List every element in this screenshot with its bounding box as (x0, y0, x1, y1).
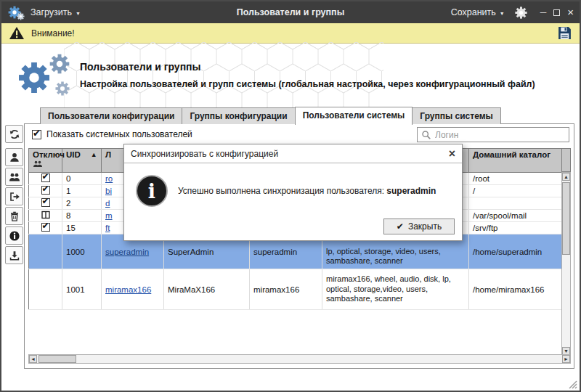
dialog-message-text: Успешно выполнена синхронизация пользова… (178, 186, 386, 196)
export-icon (9, 191, 20, 203)
trash-icon (9, 211, 20, 222)
chevron-down-icon: ▼ (500, 11, 505, 16)
show-system-users-label: Показать системных пользователей (46, 129, 192, 139)
groups-button[interactable] (5, 168, 23, 186)
refresh-icon (9, 128, 20, 140)
login-link[interactable]: bi (105, 187, 112, 195)
page-title: Пользователи и группы (80, 61, 201, 73)
load-menu-button[interactable]: Загрузить ▼ (31, 7, 81, 17)
dialog-message: Успешно выполнена синхронизация пользова… (178, 186, 453, 196)
horizontal-scroll-thumb[interactable] (38, 355, 76, 363)
row-checkbox[interactable]: ✔ (41, 198, 50, 207)
search-input[interactable] (435, 130, 565, 140)
login-link[interactable]: superadmin (105, 248, 149, 256)
dialog-close-button[interactable]: ✔ Закрыть (383, 219, 455, 234)
login-link[interactable]: m (105, 211, 113, 220)
dialog-title: Синхронизировать с конфигурацией (131, 149, 449, 159)
cell-uid: 0 (62, 173, 102, 185)
save-menu-label: Сохранить (451, 7, 496, 17)
resize-grip[interactable] (568, 380, 577, 389)
login-link[interactable]: d (105, 199, 110, 208)
login-link[interactable]: ft (105, 224, 110, 232)
cell-uid: 1001 (62, 269, 102, 310)
scroll-right-button[interactable]: ► (562, 355, 570, 363)
cell-disabled: ✔ (29, 197, 62, 210)
login-search (417, 127, 569, 142)
info-circle-icon: i (136, 175, 168, 207)
users-groups-logo-icon (12, 49, 77, 102)
tab-config-groups[interactable]: Группы конфигурации (182, 107, 295, 124)
cell-uid: 15 (62, 222, 102, 234)
sync-dialog: Синхронизировать с конфигурацией × i Усп… (123, 144, 463, 241)
app-logo-gears-icon (7, 4, 25, 21)
warning-text: Внимание! (31, 28, 550, 38)
cell-disabled: ✔ (29, 185, 62, 197)
maximize-button[interactable] (553, 9, 560, 16)
users-icon (9, 171, 20, 183)
col-header-home[interactable]: Домашний каталог (469, 149, 562, 173)
settings-gear-icon[interactable] (514, 6, 528, 20)
login-link[interactable]: miramax166 (105, 285, 151, 294)
cell-groups: miramax166, wheel, audio, disk, lp, opti… (322, 269, 469, 310)
app-window: Загрузить ▼ Пользователи и группы Сохран… (0, 0, 581, 392)
row-checkbox[interactable]: ✔ (41, 223, 50, 232)
user-state-icon (41, 211, 50, 219)
cell-username: miramax166 (250, 269, 322, 310)
page-subtitle: Настройка пользователей и групп системы … (80, 79, 577, 89)
tab-system-groups[interactable]: Группы системы (412, 107, 501, 124)
chevron-down-icon: ▼ (76, 11, 81, 16)
vertical-scrollbar[interactable]: ▲ ▼ (561, 172, 571, 356)
cell-home (469, 197, 562, 210)
download-button[interactable] (5, 246, 23, 264)
cell-home: /srv/ftp (469, 222, 562, 234)
cell-disabled (29, 210, 62, 222)
dialog-close-icon[interactable]: × (449, 149, 455, 159)
vertical-scroll-thumb[interactable] (562, 182, 570, 255)
cell-disabled: ✔ (29, 173, 62, 185)
info-button[interactable] (5, 226, 23, 245)
tab-bar: Пользователи конфигурации Группы конфигу… (40, 107, 500, 124)
cell-uid: 1 (62, 185, 102, 197)
info-icon (9, 230, 20, 242)
scroll-left-button[interactable]: ◄ (29, 355, 37, 363)
side-toolbar (5, 125, 24, 266)
login-link[interactable]: ro (105, 174, 113, 183)
warning-bar: Внимание! (1, 23, 580, 44)
cell-home: /var/spool/mail (469, 210, 562, 222)
export-button[interactable] (5, 187, 23, 205)
cell-disabled (29, 269, 62, 310)
cell-home: /home/superadmin (469, 234, 562, 269)
scroll-up-button[interactable]: ▲ (562, 173, 570, 181)
checkbox-icon: ✔ (32, 130, 41, 139)
download-icon (9, 250, 20, 261)
tab-config-users[interactable]: Пользователи конфигурации (40, 107, 182, 124)
hexagon-pattern (64, 42, 383, 112)
cell-uid: 1000 (62, 234, 102, 269)
delete-button[interactable] (5, 207, 23, 225)
show-system-users-checkbox[interactable]: ✔ Показать системных пользователей (32, 129, 192, 139)
cell-home: /home/miramax166 (469, 269, 562, 310)
cell-disabled: ✔ (29, 222, 62, 234)
tab-system-users[interactable]: Пользователи системы (295, 107, 413, 125)
dialog-close-label: Закрыть (408, 221, 442, 232)
row-checkbox[interactable]: ✔ (41, 186, 50, 195)
add-user-button[interactable] (5, 148, 23, 166)
cell-disabled (29, 234, 62, 269)
col-header-disabled[interactable]: Отключ (33, 150, 58, 159)
check-icon: ✔ (397, 221, 404, 232)
table-row[interactable]: 1001miramax166MiraMaX166miramax166mirama… (29, 269, 562, 310)
horizontal-scrollbar[interactable]: ◄ ► (28, 354, 571, 364)
cell-home: / (469, 185, 562, 197)
row-checkbox[interactable]: ✔ (41, 173, 50, 182)
dialog-message-username: superadmin (386, 186, 436, 196)
search-icon (421, 130, 431, 140)
save-file-icon[interactable] (557, 25, 572, 41)
cell-uid: 2 (62, 197, 102, 210)
save-menu-button[interactable]: Сохранить ▼ (451, 7, 505, 17)
refresh-button[interactable] (5, 125, 23, 143)
cell-login: miramax166 (102, 269, 164, 310)
col-header-uid[interactable]: UID▲ (62, 149, 102, 173)
cell-name: MiraMaX166 (164, 269, 250, 310)
minimize-button[interactable]: ─ (540, 8, 547, 17)
close-button[interactable]: × (567, 8, 574, 17)
